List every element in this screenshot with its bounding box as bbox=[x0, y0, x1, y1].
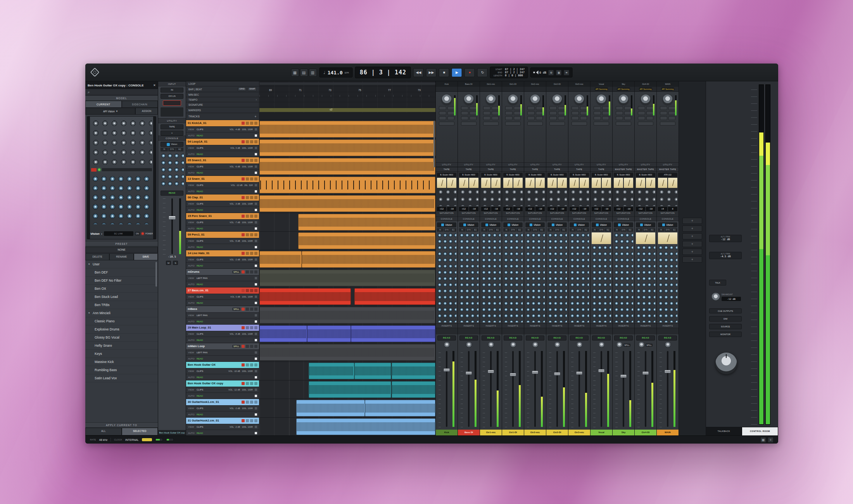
console-module[interactable]: Vision IN DYN EQ bbox=[568, 221, 590, 323]
tape-knobs[interactable] bbox=[503, 189, 523, 206]
menu-icon[interactable]: ≡ bbox=[564, 70, 570, 76]
track-name-row[interactable]: mBass SPILL bbox=[186, 306, 259, 312]
auto-label[interactable]: AUTO bbox=[188, 320, 195, 323]
mute-button[interactable] bbox=[254, 122, 257, 125]
track-lane[interactable] bbox=[259, 139, 435, 157]
track-lane[interactable] bbox=[259, 213, 435, 231]
track-lane[interactable] bbox=[259, 287, 435, 306]
automation-mode[interactable]: READ bbox=[197, 134, 203, 137]
view-label[interactable]: VIEW bbox=[188, 258, 195, 261]
track-name-row[interactable]: 30 GuitarHook1.cm_01 bbox=[186, 399, 259, 405]
input-buttons[interactable] bbox=[660, 106, 675, 120]
saturation-value[interactable]: +12 bbox=[592, 207, 601, 211]
insert-slot[interactable] bbox=[436, 87, 458, 92]
input-monitor-button[interactable] bbox=[246, 177, 249, 181]
input-monitor-button[interactable] bbox=[246, 140, 249, 143]
preset-list-item[interactable]: Ben OX bbox=[85, 285, 158, 293]
lane-toggle[interactable] bbox=[255, 389, 257, 391]
auto-label[interactable]: AUTO bbox=[188, 209, 195, 211]
fader-handle[interactable] bbox=[576, 372, 583, 375]
insert-slot[interactable] bbox=[546, 87, 568, 92]
input-select-button[interactable] bbox=[439, 122, 454, 126]
spill-button[interactable]: SPILL bbox=[623, 344, 630, 347]
auto-label[interactable]: AUTO bbox=[188, 302, 195, 304]
lane-toggle[interactable] bbox=[255, 184, 257, 186]
tape-knobs[interactable] bbox=[614, 189, 633, 206]
lane-toggle[interactable] bbox=[255, 426, 257, 428]
preset-list-item[interactable]: Keys bbox=[85, 350, 158, 358]
monitor-button[interactable]: MONITOR bbox=[709, 332, 742, 337]
pan-knob[interactable] bbox=[554, 342, 560, 348]
vision-knob-grid[interactable] bbox=[503, 232, 523, 322]
input-buttons[interactable] bbox=[461, 106, 477, 120]
channel-name-label[interactable]: Vocal bbox=[591, 430, 612, 435]
view-mode-value[interactable]: CLIPS bbox=[197, 370, 203, 372]
channel-header[interactable]: MAIN bbox=[657, 81, 679, 87]
mute-button[interactable] bbox=[254, 308, 257, 311]
view-mode-value[interactable]: CLIPS bbox=[197, 240, 203, 242]
view-mode-value[interactable]: CLIPS bbox=[197, 296, 203, 298]
automation-toggle[interactable] bbox=[255, 432, 257, 434]
view-mode-value[interactable]: CLIPS bbox=[197, 147, 203, 149]
auto-label[interactable]: AUTO bbox=[188, 246, 195, 248]
spill-button[interactable]: SPILL bbox=[232, 308, 240, 311]
record-arm-button[interactable] bbox=[242, 401, 245, 404]
audio-clip[interactable] bbox=[392, 363, 436, 379]
console-module[interactable]: Vision IN DYN EQ bbox=[458, 221, 480, 323]
input-buttons[interactable] bbox=[549, 106, 565, 120]
view-mode-value[interactable]: CLIPS bbox=[197, 389, 203, 391]
automation-toggle[interactable] bbox=[255, 246, 257, 248]
input-monitor-button[interactable] bbox=[246, 196, 249, 199]
fader-track[interactable] bbox=[490, 351, 492, 427]
view-mode-value[interactable]: CLIPS bbox=[197, 221, 203, 224]
spill-button[interactable]: SPILL bbox=[646, 344, 653, 347]
auto-label[interactable]: AUTO bbox=[188, 283, 195, 286]
monitor-level-value[interactable]: 0 dB bbox=[539, 71, 546, 74]
insert-slot[interactable] bbox=[480, 87, 502, 92]
vision-in-toggle[interactable]: IN bbox=[614, 228, 620, 232]
vision-plugin-header[interactable]: Vision bbox=[459, 222, 478, 227]
pan-knob[interactable] bbox=[532, 342, 538, 348]
solo-button[interactable] bbox=[250, 326, 253, 329]
input-gain-knob[interactable] bbox=[641, 95, 651, 105]
view-mode-value[interactable]: CLIPS bbox=[197, 184, 203, 186]
view-mode-value[interactable]: LEFT PAN bbox=[197, 314, 207, 317]
add-insert-button[interactable]: + bbox=[161, 131, 183, 136]
automation-toggle[interactable] bbox=[255, 283, 257, 286]
fader-track[interactable] bbox=[578, 351, 580, 427]
tape-device-name[interactable]: B. Studer A800 bbox=[592, 173, 611, 177]
view-label[interactable]: VIEW bbox=[188, 296, 195, 298]
insert-slot[interactable]: API Summing bbox=[657, 87, 679, 92]
tape-knobs[interactable] bbox=[459, 189, 478, 206]
automation-mode[interactable]: READ bbox=[197, 413, 203, 416]
automation-mode[interactable]: READ bbox=[197, 339, 203, 341]
vision-eq-toggle[interactable]: EQ bbox=[583, 228, 589, 232]
auto-label[interactable]: AUTO bbox=[188, 265, 195, 267]
inserts-empty-slot[interactable] bbox=[568, 328, 590, 334]
snap-toggle[interactable]: SNAP bbox=[248, 87, 257, 91]
plugin-selector[interactable]: API Vision ▾ bbox=[85, 108, 135, 115]
insert-slot[interactable]: API Summing bbox=[591, 87, 612, 92]
insert-plugin-chip[interactable]: API Summing bbox=[617, 88, 630, 91]
dim-button[interactable]: DIM bbox=[709, 316, 742, 322]
signature-lane[interactable] bbox=[259, 102, 435, 107]
track-name-row[interactable]: 09 Perc1_01 bbox=[186, 232, 259, 238]
track-name-row[interactable]: 14 Live Hats_01 bbox=[186, 250, 259, 256]
auto-label[interactable]: AUTO bbox=[188, 153, 195, 155]
record-arm-button[interactable] bbox=[242, 196, 245, 199]
cal-value[interactable]: -10 bbox=[447, 207, 456, 211]
add-send-button[interactable]: + bbox=[682, 249, 702, 255]
fader-handle[interactable] bbox=[620, 375, 627, 378]
strip-knob-grid[interactable] bbox=[160, 153, 184, 188]
input-gain-knob[interactable] bbox=[663, 95, 673, 105]
track-lane[interactable] bbox=[259, 362, 435, 380]
audio-clip[interactable] bbox=[298, 214, 435, 230]
pan-knob[interactable] bbox=[599, 342, 604, 348]
tape-module[interactable]: B. Studer A800 +12 -10 SATURATION bbox=[635, 172, 656, 217]
track-lane[interactable] bbox=[259, 343, 435, 361]
input-monitor-button[interactable] bbox=[246, 308, 249, 311]
vision-dyn-toggle[interactable]: DYN bbox=[168, 148, 176, 151]
view-label[interactable]: VIEW bbox=[188, 333, 195, 335]
tape-device-name[interactable]: B. Studer A800 bbox=[503, 173, 523, 177]
tape-device-name[interactable]: ATR-102 bbox=[658, 173, 677, 177]
